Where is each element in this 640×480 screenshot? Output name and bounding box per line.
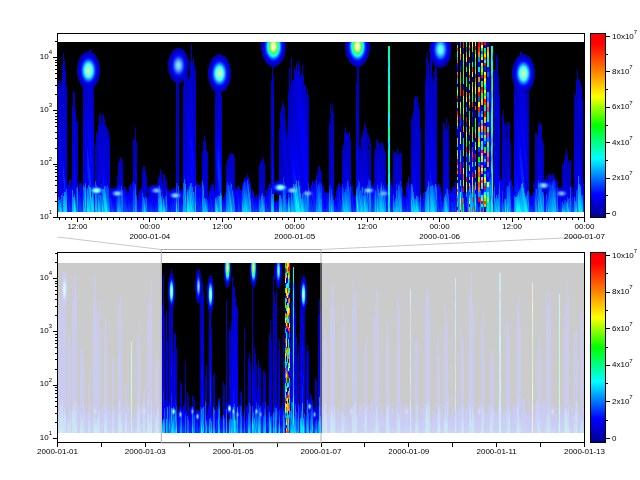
top-x-tick-label: 00:00 xyxy=(430,222,450,231)
top-colorbar-frame xyxy=(591,34,606,218)
top-colorbar-tick-label: 0 xyxy=(612,209,616,218)
bottom-colorbar-tick-label: 4x107 xyxy=(612,360,633,369)
axis-ticks xyxy=(53,37,610,448)
bottom-y-tick-label: 104 xyxy=(30,273,52,282)
bottom-x-tick-label: 2000-01-01 xyxy=(37,447,78,456)
top-x-tick-label: 12:00 xyxy=(502,222,522,231)
top-colorbar-tick-label: 8x107 xyxy=(612,67,633,76)
top-x-date-label: 2000-01-05 xyxy=(274,232,315,241)
bottom-colorbar-tick-label: 2x107 xyxy=(612,397,633,406)
bottom-x-tick-label: 2000-01-05 xyxy=(213,447,254,456)
plot-window: 12:0000:002000-01-0412:0000:002000-01-05… xyxy=(0,0,640,480)
bottom-x-tick-label: 2000-01-11 xyxy=(476,447,516,456)
top-colorbar-tick-label: 2x107 xyxy=(612,173,633,182)
top-colorbar-tick-label: 4x107 xyxy=(612,138,633,147)
bottom-y-tick-label: 102 xyxy=(30,379,52,388)
bottom-colorbar-frame xyxy=(591,253,606,443)
bottom-colorbar-tick-label: 8x107 xyxy=(612,287,633,296)
top-x-date-label: 2000-01-07 xyxy=(564,232,605,241)
bottom-x-tick-label: 2000-01-07 xyxy=(301,447,342,456)
bottom-colorbar-tick-label: 6x107 xyxy=(612,324,633,333)
top-x-tick-label: 00:00 xyxy=(574,222,594,231)
top-x-tick-label: 00:00 xyxy=(140,222,160,231)
top-y-tick-label: 101 xyxy=(30,212,52,221)
bottom-y-tick-label: 101 xyxy=(30,433,52,442)
top-x-tick-label: 00:00 xyxy=(285,222,305,231)
top-x-date-label: 2000-01-06 xyxy=(419,232,460,241)
bottom-x-tick-label: 2000-01-13 xyxy=(564,447,605,456)
top-y-tick-label: 104 xyxy=(30,52,52,61)
top-x-tick-label: 12:00 xyxy=(67,222,87,231)
top-x-tick-label: 12:00 xyxy=(357,222,377,231)
top-y-tick-label: 102 xyxy=(30,158,52,167)
bottom-colorbar-tick-label: 0 xyxy=(612,434,616,443)
top-colorbar-tick-label: 10x107 xyxy=(612,32,637,41)
top-plot-frame xyxy=(58,34,585,218)
bottom-y-tick-label: 103 xyxy=(30,326,52,335)
top-y-tick-label: 103 xyxy=(30,105,52,114)
top-x-tick-label: 12:00 xyxy=(212,222,232,231)
bottom-colorbar-tick-label: 10x107 xyxy=(612,251,637,260)
selection-region[interactable] xyxy=(161,250,321,443)
top-colorbar-tick-label: 6x107 xyxy=(612,102,633,111)
bottom-x-tick-label: 2000-01-09 xyxy=(388,447,429,456)
bottom-x-tick-label: 2000-01-03 xyxy=(125,447,166,456)
top-x-date-label: 2000-01-04 xyxy=(129,232,170,241)
